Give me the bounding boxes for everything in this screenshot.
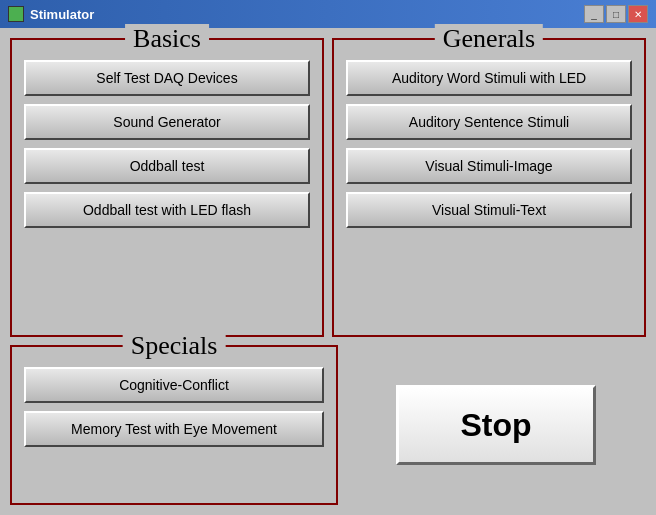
sound-gen-button[interactable]: Sound Generator — [24, 104, 310, 140]
basics-buttons: Self Test DAQ Devices Sound Generator Od… — [24, 60, 310, 228]
title-bar-text: Stimulator — [30, 7, 578, 22]
visual-text-button[interactable]: Visual Stimuli-Text — [346, 192, 632, 228]
minimize-button[interactable]: _ — [584, 5, 604, 23]
visual-image-button[interactable]: Visual Stimuli-Image — [346, 148, 632, 184]
cog-conflict-button[interactable]: Cognitive-Conflict — [24, 367, 324, 403]
generals-title: Generals — [435, 24, 543, 54]
maximize-button[interactable]: □ — [606, 5, 626, 23]
oddball-led-button[interactable]: Oddball test with LED flash — [24, 192, 310, 228]
stop-area: Stop — [346, 345, 646, 505]
top-row: Basics Self Test DAQ Devices Sound Gener… — [10, 38, 646, 337]
basics-panel: Basics Self Test DAQ Devices Sound Gener… — [10, 38, 324, 337]
generals-panel: Generals Auditory Word Stimuli with LED … — [332, 38, 646, 337]
stop-button[interactable]: Stop — [396, 385, 596, 465]
app-body: Basics Self Test DAQ Devices Sound Gener… — [0, 28, 656, 515]
oddball-button[interactable]: Oddball test — [24, 148, 310, 184]
specials-title: Specials — [123, 331, 226, 361]
specials-buttons: Cognitive-Conflict Memory Test with Eye … — [24, 367, 324, 447]
generals-buttons: Auditory Word Stimuli with LED Auditory … — [346, 60, 632, 228]
aud-sentence-button[interactable]: Auditory Sentence Stimuli — [346, 104, 632, 140]
mem-eye-button[interactable]: Memory Test with Eye Movement — [24, 411, 324, 447]
basics-title: Basics — [125, 24, 209, 54]
self-test-button[interactable]: Self Test DAQ Devices — [24, 60, 310, 96]
specials-panel: Specials Cognitive-Conflict Memory Test … — [10, 345, 338, 505]
app-icon — [8, 6, 24, 22]
aud-word-led-button[interactable]: Auditory Word Stimuli with LED — [346, 60, 632, 96]
title-bar: Stimulator _ □ ✕ — [0, 0, 656, 28]
title-bar-controls: _ □ ✕ — [584, 5, 648, 23]
close-button[interactable]: ✕ — [628, 5, 648, 23]
bottom-row: Specials Cognitive-Conflict Memory Test … — [10, 345, 646, 505]
